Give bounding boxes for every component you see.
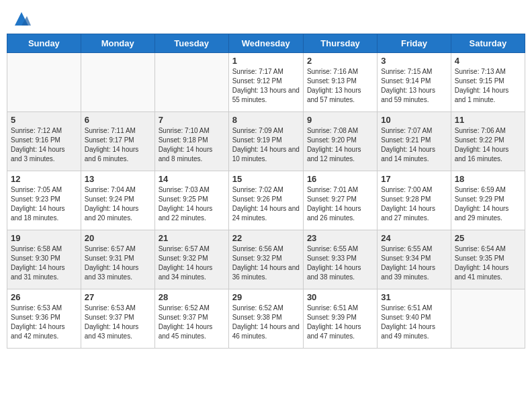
day-number: 31	[381, 292, 447, 302]
day-number: 28	[159, 292, 225, 302]
day-info: Sunrise: 7:05 AM Sunset: 9:23 PM Dayligh…	[11, 185, 77, 223]
day-info: Sunrise: 7:06 AM Sunset: 9:22 PM Dayligh…	[455, 126, 521, 164]
day-number: 10	[381, 115, 447, 125]
calendar-cell: 16Sunrise: 7:01 AM Sunset: 9:27 PM Dayli…	[303, 171, 377, 230]
day-number: 13	[85, 174, 151, 184]
day-info: Sunrise: 6:51 AM Sunset: 9:40 PM Dayligh…	[381, 304, 447, 341]
day-number: 2	[307, 56, 373, 66]
calendar-cell: 21Sunrise: 6:57 AM Sunset: 9:32 PM Dayli…	[154, 230, 228, 289]
day-number: 9	[307, 115, 373, 125]
calendar-cell: 7Sunrise: 7:10 AM Sunset: 9:18 PM Daylig…	[154, 112, 228, 171]
calendar-cell: 20Sunrise: 6:57 AM Sunset: 9:31 PM Dayli…	[81, 230, 154, 289]
day-info: Sunrise: 7:13 AM Sunset: 9:15 PM Dayligh…	[455, 67, 521, 105]
calendar-table: SundayMondayTuesdayWednesdayThursdayFrid…	[7, 34, 525, 349]
calendar-cell: 8Sunrise: 7:09 AM Sunset: 9:19 PM Daylig…	[228, 112, 303, 171]
day-info: Sunrise: 7:04 AM Sunset: 9:24 PM Dayligh…	[85, 185, 151, 223]
calendar-cell: 10Sunrise: 7:07 AM Sunset: 9:21 PM Dayli…	[378, 112, 451, 171]
calendar-cell: 15Sunrise: 7:02 AM Sunset: 9:26 PM Dayli…	[228, 171, 303, 230]
day-info: Sunrise: 6:57 AM Sunset: 9:32 PM Dayligh…	[159, 244, 225, 282]
day-info: Sunrise: 7:02 AM Sunset: 9:26 PM Dayligh…	[232, 185, 300, 223]
day-info: Sunrise: 7:01 AM Sunset: 9:27 PM Dayligh…	[307, 185, 373, 223]
day-info: Sunrise: 7:15 AM Sunset: 9:14 PM Dayligh…	[381, 67, 447, 105]
day-number: 12	[11, 174, 77, 184]
calendar-cell: 23Sunrise: 6:55 AM Sunset: 9:33 PM Dayli…	[303, 230, 377, 289]
day-info: Sunrise: 7:07 AM Sunset: 9:21 PM Dayligh…	[381, 126, 447, 164]
calendar-cell: 4Sunrise: 7:13 AM Sunset: 9:15 PM Daylig…	[451, 53, 525, 112]
calendar-cell: 5Sunrise: 7:12 AM Sunset: 9:16 PM Daylig…	[7, 112, 81, 171]
day-info: Sunrise: 6:52 AM Sunset: 9:38 PM Dayligh…	[232, 304, 300, 341]
calendar-header-tuesday: Tuesday	[154, 34, 228, 53]
day-number: 4	[455, 56, 521, 66]
day-info: Sunrise: 6:55 AM Sunset: 9:34 PM Dayligh…	[381, 244, 447, 282]
day-number: 26	[11, 292, 77, 302]
calendar-cell: 27Sunrise: 6:53 AM Sunset: 9:37 PM Dayli…	[81, 289, 154, 349]
day-info: Sunrise: 7:08 AM Sunset: 9:20 PM Dayligh…	[307, 126, 373, 164]
day-number: 30	[307, 292, 373, 302]
calendar-header-sunday: Sunday	[7, 34, 81, 53]
day-number: 18	[455, 174, 521, 184]
calendar-cell: 24Sunrise: 6:55 AM Sunset: 9:34 PM Dayli…	[378, 230, 451, 289]
day-info: Sunrise: 6:59 AM Sunset: 9:29 PM Dayligh…	[455, 185, 521, 223]
day-number: 5	[11, 115, 77, 125]
calendar-header-wednesday: Wednesday	[228, 34, 303, 53]
day-info: Sunrise: 6:56 AM Sunset: 9:32 PM Dayligh…	[232, 244, 300, 282]
day-number: 1	[232, 56, 300, 66]
calendar-week-row: 1Sunrise: 7:17 AM Sunset: 9:12 PM Daylig…	[7, 53, 525, 112]
day-number: 3	[381, 56, 447, 66]
day-info: Sunrise: 6:54 AM Sunset: 9:35 PM Dayligh…	[455, 244, 521, 282]
day-number: 22	[232, 233, 300, 243]
day-number: 7	[159, 115, 225, 125]
calendar-cell: 3Sunrise: 7:15 AM Sunset: 9:14 PM Daylig…	[378, 53, 451, 112]
calendar-cell	[7, 53, 81, 112]
calendar-cell: 25Sunrise: 6:54 AM Sunset: 9:35 PM Dayli…	[451, 230, 525, 289]
calendar-week-row: 5Sunrise: 7:12 AM Sunset: 9:16 PM Daylig…	[7, 112, 525, 171]
calendar-cell: 19Sunrise: 6:58 AM Sunset: 9:30 PM Dayli…	[7, 230, 81, 289]
day-number: 27	[85, 292, 151, 302]
calendar-cell: 30Sunrise: 6:51 AM Sunset: 9:39 PM Dayli…	[303, 289, 377, 349]
calendar-cell: 28Sunrise: 6:52 AM Sunset: 9:37 PM Dayli…	[154, 289, 228, 349]
day-info: Sunrise: 7:11 AM Sunset: 9:17 PM Dayligh…	[85, 126, 151, 164]
calendar-cell: 12Sunrise: 7:05 AM Sunset: 9:23 PM Dayli…	[7, 171, 81, 230]
calendar-cell	[154, 53, 228, 112]
day-info: Sunrise: 6:57 AM Sunset: 9:31 PM Dayligh…	[85, 244, 151, 282]
calendar-cell: 9Sunrise: 7:08 AM Sunset: 9:20 PM Daylig…	[303, 112, 377, 171]
day-number: 20	[85, 233, 151, 243]
day-info: Sunrise: 6:53 AM Sunset: 9:37 PM Dayligh…	[85, 304, 151, 341]
day-info: Sunrise: 6:51 AM Sunset: 9:39 PM Dayligh…	[307, 304, 373, 341]
calendar-cell: 13Sunrise: 7:04 AM Sunset: 9:24 PM Dayli…	[81, 171, 154, 230]
calendar-cell: 22Sunrise: 6:56 AM Sunset: 9:32 PM Dayli…	[228, 230, 303, 289]
calendar-cell: 29Sunrise: 6:52 AM Sunset: 9:38 PM Dayli…	[228, 289, 303, 349]
day-info: Sunrise: 7:00 AM Sunset: 9:28 PM Dayligh…	[381, 185, 447, 223]
calendar-cell: 31Sunrise: 6:51 AM Sunset: 9:40 PM Dayli…	[378, 289, 451, 349]
day-number: 19	[11, 233, 77, 243]
calendar-cell: 26Sunrise: 6:53 AM Sunset: 9:36 PM Dayli…	[7, 289, 81, 349]
day-info: Sunrise: 7:03 AM Sunset: 9:25 PM Dayligh…	[159, 185, 225, 223]
day-info: Sunrise: 6:52 AM Sunset: 9:37 PM Dayligh…	[159, 304, 225, 341]
calendar-header-thursday: Thursday	[303, 34, 377, 53]
day-number: 14	[159, 174, 225, 184]
day-info: Sunrise: 6:58 AM Sunset: 9:30 PM Dayligh…	[11, 244, 77, 282]
calendar-week-row: 12Sunrise: 7:05 AM Sunset: 9:23 PM Dayli…	[7, 171, 525, 230]
day-info: Sunrise: 7:12 AM Sunset: 9:16 PM Dayligh…	[11, 126, 77, 164]
calendar-cell	[451, 289, 525, 349]
day-number: 24	[381, 233, 447, 243]
calendar-cell: 2Sunrise: 7:16 AM Sunset: 9:13 PM Daylig…	[303, 53, 377, 112]
day-number: 21	[159, 233, 225, 243]
day-number: 29	[232, 292, 300, 302]
calendar-cell: 11Sunrise: 7:06 AM Sunset: 9:22 PM Dayli…	[451, 112, 525, 171]
calendar-header-friday: Friday	[378, 34, 451, 53]
logo	[9, 9, 31, 28]
day-info: Sunrise: 7:16 AM Sunset: 9:13 PM Dayligh…	[307, 67, 373, 105]
calendar-cell: 14Sunrise: 7:03 AM Sunset: 9:25 PM Dayli…	[154, 171, 228, 230]
calendar-cell: 1Sunrise: 7:17 AM Sunset: 9:12 PM Daylig…	[228, 53, 303, 112]
day-number: 6	[85, 115, 151, 125]
day-info: Sunrise: 7:17 AM Sunset: 9:12 PM Dayligh…	[232, 67, 300, 105]
calendar-week-row: 26Sunrise: 6:53 AM Sunset: 9:36 PM Dayli…	[7, 289, 525, 349]
day-info: Sunrise: 7:09 AM Sunset: 9:19 PM Dayligh…	[232, 126, 300, 164]
day-info: Sunrise: 7:10 AM Sunset: 9:18 PM Dayligh…	[159, 126, 225, 164]
day-number: 16	[307, 174, 373, 184]
calendar-header-monday: Monday	[81, 34, 154, 53]
day-number: 23	[307, 233, 373, 243]
calendar-header-row: SundayMondayTuesdayWednesdayThursdayFrid…	[7, 34, 525, 53]
calendar-cell: 6Sunrise: 7:11 AM Sunset: 9:17 PM Daylig…	[81, 112, 154, 171]
